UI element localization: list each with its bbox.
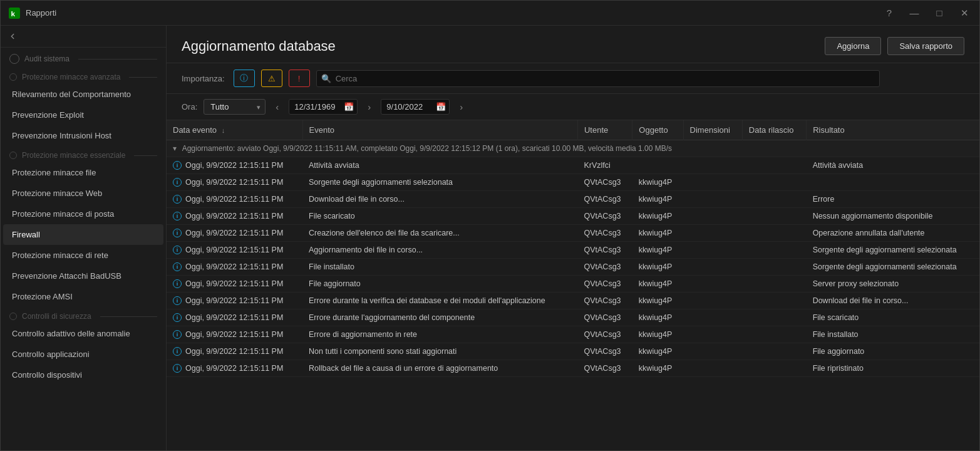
cell-data-rilascio xyxy=(742,208,806,225)
sidebar-item-label: Prevenzione Attacchi BadUSB xyxy=(12,271,121,281)
save-report-button[interactable]: Salva rapporto xyxy=(887,37,964,55)
sidebar-item-rilevamento[interactable]: Rilevamento del Comportamento xyxy=(3,84,163,105)
start-date-wrapper: 📅 xyxy=(289,99,358,115)
cell-utente: QVtACsg3 xyxy=(577,343,632,360)
table-row[interactable]: i Oggi, 9/9/2022 12:15:11 PM Errore dura… xyxy=(167,293,979,309)
expand-button[interactable]: ▾ xyxy=(173,144,177,153)
col-data-evento[interactable]: Data evento ↓ xyxy=(167,120,302,140)
error-filter-button[interactable]: ! xyxy=(289,70,310,87)
table-row[interactable]: i Oggi, 9/9/2022 12:15:11 PM Errore di a… xyxy=(167,326,979,343)
info-icon: i xyxy=(173,296,182,305)
sidebar-item-label: Prevenzione Exploit xyxy=(12,110,84,120)
warn-filter-button[interactable]: ⚠ xyxy=(261,70,282,87)
sidebar-collapse-button[interactable] xyxy=(1,26,166,48)
table-row[interactable]: i Oggi, 9/9/2022 12:15:11 PM File instal… xyxy=(167,259,979,276)
sidebar-section-audit: Audit sistema xyxy=(1,48,166,68)
sidebar-item-intrusioni[interactable]: Prevenzione Intrusioni Host xyxy=(3,125,163,146)
table-row[interactable]: i Oggi, 9/9/2022 12:15:11 PM Creazione d… xyxy=(167,225,979,242)
cell-text: Oggi, 9/9/2022 12:15:11 PM xyxy=(185,330,283,339)
close-button[interactable]: ✕ xyxy=(957,6,972,21)
sidebar-item-badusb[interactable]: Prevenzione Attacchi BadUSB xyxy=(3,266,163,286)
cell-utente: QVtACsg3 xyxy=(577,174,632,191)
cell-utente: QVtACsg3 xyxy=(577,309,632,326)
subsection-icon xyxy=(9,152,17,159)
cell-risultato: Nessun aggiornamento disponibile xyxy=(807,208,979,225)
info-icon: i xyxy=(173,279,182,288)
forward-date-button[interactable]: › xyxy=(456,100,467,113)
cell-data-rilascio xyxy=(742,276,806,293)
sidebar-item-label: Controllo applicazioni xyxy=(12,350,90,359)
sidebar-item-minacce-posta[interactable]: Protezione minacce di posta xyxy=(3,204,163,224)
cell-data-evento: i Oggi, 9/9/2022 12:15:11 PM xyxy=(167,326,302,343)
cell-dimensioni xyxy=(683,157,742,174)
subsection-label: Protezione minacce avanzata xyxy=(22,73,120,81)
table-row[interactable]: i Oggi, 9/9/2022 12:15:11 PM Sorgente de… xyxy=(167,174,979,191)
cell-utente: QVtACsg3 xyxy=(577,360,632,377)
sidebar-item-rete[interactable]: Protezione minacce di rete xyxy=(3,245,163,266)
cell-evento: Sorgente degli aggiornamenti selezionata xyxy=(302,174,577,191)
info-icon: i xyxy=(173,229,182,237)
sidebar-item-anomalie[interactable]: Controllo adattivo delle anomalie xyxy=(3,323,163,344)
cell-risultato: File scaricato xyxy=(807,309,979,326)
cell-utente: QVtACsg3 xyxy=(577,242,632,259)
sidebar-item-minacce-web[interactable]: Protezione minacce Web xyxy=(3,183,163,204)
help-button[interactable]: ? xyxy=(882,6,897,21)
sidebar-item-amsi[interactable]: Protezione AMSI xyxy=(3,286,163,307)
table-row[interactable]: i Oggi, 9/9/2022 12:15:11 PM Errore dura… xyxy=(167,309,979,326)
cell-data-rilascio xyxy=(742,343,806,360)
info-icon: i xyxy=(173,212,182,220)
cell-dimensioni xyxy=(683,242,742,259)
cell-utente: QVtACsg3 xyxy=(577,276,632,293)
app-title: Rapporti xyxy=(26,8,882,18)
cell-data-evento: i Oggi, 9/9/2022 12:15:11 PM xyxy=(167,309,302,326)
table-row[interactable]: i Oggi, 9/9/2022 12:15:11 PM Attività av… xyxy=(167,157,979,174)
info-icon: i xyxy=(173,364,182,373)
cell-dimensioni xyxy=(683,326,742,343)
update-button[interactable]: Aggiorna xyxy=(825,37,881,55)
sidebar-item-applicazioni[interactable]: Controllo applicazioni xyxy=(3,344,163,365)
cell-evento: Creazione dell'elenco dei file da scaric… xyxy=(302,225,577,242)
table-row[interactable]: i Oggi, 9/9/2022 12:15:11 PM File scaric… xyxy=(167,208,979,225)
search-input[interactable] xyxy=(316,70,880,87)
subsection-icon xyxy=(9,73,17,81)
app-logo: k xyxy=(8,7,21,19)
cell-data-evento: i Oggi, 9/9/2022 12:15:11 PM xyxy=(167,208,302,225)
col-label: Data evento xyxy=(173,125,217,135)
sidebar-item-label: Prevenzione Intrusioni Host xyxy=(12,131,111,140)
subsection-label: Protezione minacce essenziale xyxy=(22,151,125,160)
sidebar-item-label: Rilevamento del Comportamento xyxy=(12,90,131,99)
sidebar-item-firewall[interactable]: Firewall xyxy=(3,224,163,245)
cell-dimensioni xyxy=(683,191,742,208)
cell-evento: Download dei file in corso... xyxy=(302,191,577,208)
table-row[interactable]: i Oggi, 9/9/2022 12:15:11 PM File aggior… xyxy=(167,276,979,293)
main-panel: Aggiornamento database Aggiorna Salva ra… xyxy=(167,26,979,450)
cell-risultato: Errore xyxy=(807,191,979,208)
next-date-button[interactable]: › xyxy=(364,100,374,113)
table-row[interactable]: i Oggi, 9/9/2022 12:15:11 PM Aggiornamen… xyxy=(167,242,979,259)
prev-date-button[interactable]: ‹ xyxy=(272,100,282,113)
info-filter-button[interactable]: ⓘ xyxy=(234,70,255,87)
table-row[interactable]: i Oggi, 9/9/2022 12:15:11 PM Non tutti i… xyxy=(167,343,979,360)
cell-evento: Attività avviata xyxy=(302,157,577,174)
time-dropdown[interactable]: Tutto Oggi Settimana Mese xyxy=(204,99,266,115)
sidebar-subsection-avanzata: Protezione minacce avanzata xyxy=(1,68,166,84)
cell-oggetto: kkwiug4P xyxy=(632,242,683,259)
table-row[interactable]: i Oggi, 9/9/2022 12:15:11 PM Rollback de… xyxy=(167,360,979,377)
maximize-button[interactable]: □ xyxy=(932,6,947,21)
sidebar-item-exploit[interactable]: Prevenzione Exploit xyxy=(3,105,163,125)
divider xyxy=(100,316,157,317)
table-row[interactable]: i Oggi, 9/9/2022 12:15:11 PM Download de… xyxy=(167,191,979,208)
cell-utente: QVtACsg3 xyxy=(577,191,632,208)
sidebar-item-dispositivi[interactable]: Controllo dispositivi xyxy=(3,365,163,385)
cell-utente: QVtACsg3 xyxy=(577,208,632,225)
error-icon: ! xyxy=(298,74,301,83)
cell-data-evento: i Oggi, 9/9/2022 12:15:11 PM xyxy=(167,174,302,191)
minimize-button[interactable]: — xyxy=(907,6,922,21)
cell-data-evento: i Oggi, 9/9/2022 12:15:11 PM xyxy=(167,259,302,276)
cell-text: Oggi, 9/9/2022 12:15:11 PM xyxy=(185,195,283,204)
cell-text: Oggi, 9/9/2022 12:15:11 PM xyxy=(185,229,283,237)
cell-utente: QVtACsg3 xyxy=(577,259,632,276)
app-window: k Rapporti ? — □ ✕ Audit sistema xyxy=(0,0,980,451)
sidebar-item-minacce-file[interactable]: Protezione minacce file xyxy=(3,162,163,183)
cell-utente: KrVzlfci xyxy=(577,157,632,174)
